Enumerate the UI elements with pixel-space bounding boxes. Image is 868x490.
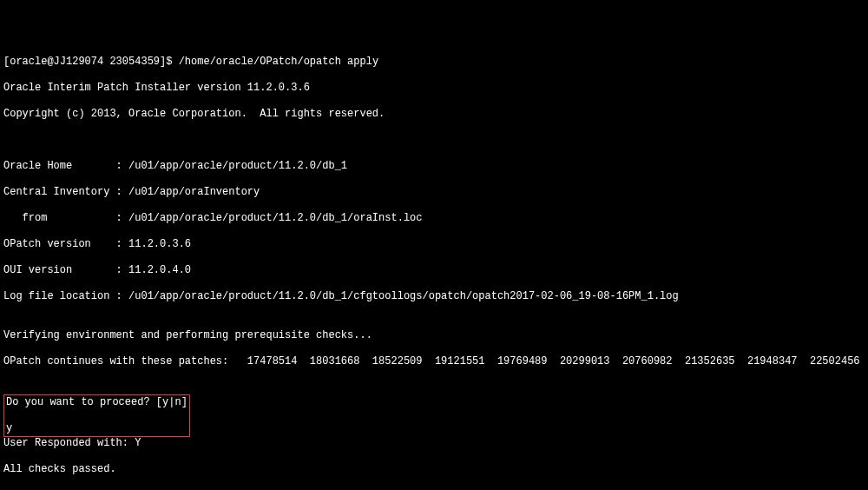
terminal-line: Copyright (c) 2013, Oracle Corporation. … [3,108,865,121]
terminal-line: from : /u01/app/oracle/product/11.2.0/db… [3,212,865,225]
terminal-line: OUI version : 11.2.0.4.0 [3,264,865,277]
shell-prompt[interactable]: [oracle@JJ129074 23054359]$ [3,56,172,68]
proceed-answer[interactable]: y [6,422,187,435]
terminal-line: Oracle Home : /u01/app/oracle/product/11… [3,160,865,173]
proceed-question: Do you want to proceed? [y|n] [6,396,187,409]
command-text: /home/oracle/OPatch/opatch apply [172,56,378,68]
terminal-line: [oracle@JJ129074 23054359]$ /home/oracle… [3,56,865,69]
terminal-line: OPatch version : 11.2.0.3.6 [3,238,865,251]
terminal-line: Central Inventory : /u01/app/oraInventor… [3,186,865,199]
terminal-line: Oracle Interim Patch Installer version 1… [3,82,865,95]
terminal-line: All checks passed. [3,463,865,476]
terminal-line: Log file location : /u01/app/oracle/prod… [3,290,865,303]
terminal-line: User Responded with: Y [3,437,865,450]
highlight-proceed: Do you want to proceed? [y|n] y [3,394,190,437]
terminal-line: Verifying environment and performing pre… [3,329,865,342]
terminal-line: OPatch continues with these patches: 174… [3,355,865,368]
